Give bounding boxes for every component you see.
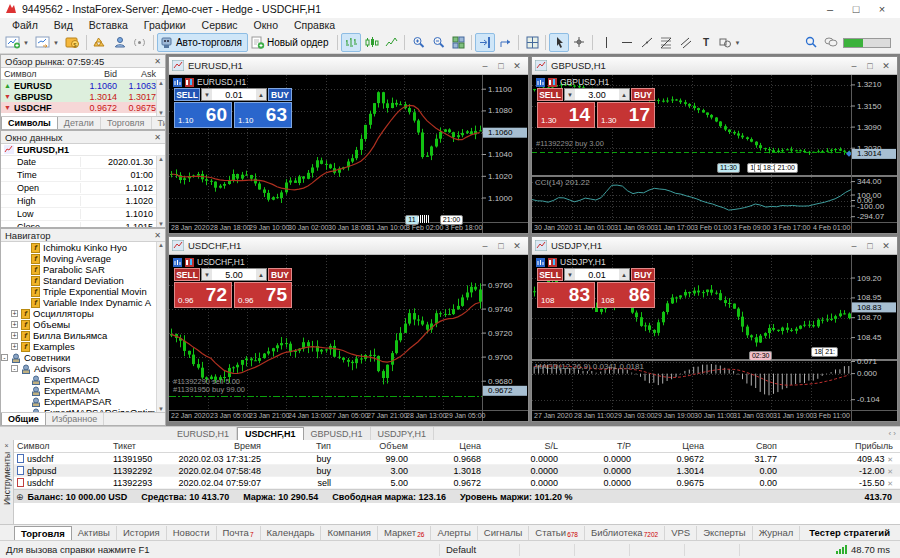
chart-minimize-button[interactable]: –	[477, 241, 493, 251]
close-position-icon[interactable]: ✕	[887, 468, 893, 475]
navigator-tab-Избранное[interactable]: Избранное	[46, 413, 105, 425]
vline-icon[interactable]	[596, 33, 616, 52]
tree-expander[interactable]: +	[11, 343, 18, 350]
toolbox-tab-Календарь[interactable]: Календарь	[261, 526, 322, 540]
trade-row-11391950[interactable]: usdchf113919502020.02.03 17:31:25buy99.0…	[14, 453, 900, 465]
chart-close-button[interactable]: ✕	[878, 241, 894, 251]
navigator-item-ExpertMAMA[interactable]: ExpertMAMA	[1, 385, 165, 396]
candles-icon[interactable]	[361, 33, 381, 52]
tree-expander[interactable]: -	[1, 354, 8, 361]
toolbox-tab-Статьи[interactable]: Статьи678	[529, 526, 585, 540]
tree-expander[interactable]: +	[11, 310, 18, 317]
volume-value[interactable]: 5.00	[212, 269, 256, 280]
chart-titlebar-USDCHF,H1[interactable]: USDCHF,H1–□✕	[169, 237, 528, 254]
broadcast-icon[interactable]	[130, 33, 150, 52]
sell-button[interactable]: SELL	[537, 268, 563, 281]
chart-area-USDCHF,H1[interactable]: 0.97600.97400.97200.97000.96800.967222 J…	[169, 254, 528, 421]
chart-tab-USDCHF,H1[interactable]: USDCHF,H1	[237, 427, 304, 440]
sell-price[interactable]: 10883	[537, 282, 595, 308]
zoomout-icon[interactable]	[428, 33, 448, 52]
close-position-icon[interactable]: ✕	[887, 456, 893, 463]
shapes-icon[interactable]: ▼	[716, 33, 744, 52]
shiftend-icon[interactable]	[475, 33, 495, 52]
column-T/P[interactable]: T/P	[561, 441, 634, 451]
chart-titlebar-USDJPY,H1[interactable]: USDJPY,H1–□✕	[532, 237, 897, 254]
column-Своп[interactable]: Своп	[707, 441, 780, 451]
trade-row-11392293[interactable]: usdchf113922932020.02.04 07:59:07sell5.0…	[14, 477, 900, 489]
market-watch-row-GBPUSD[interactable]: ▼GBPUSD1.30141.3017	[1, 91, 165, 102]
chart-area-GBPUSD,H1[interactable]: 1.32101.31501.30901.3030344.00100.000.00…	[532, 74, 897, 233]
volume-down-icon[interactable]: ▼	[202, 89, 212, 100]
market-watch-tab-Символы[interactable]: Символы	[1, 116, 58, 129]
volume-up-icon[interactable]: ▲	[619, 89, 629, 100]
linechart-icon[interactable]	[381, 33, 401, 52]
navigator-item-Standard Deviation[interactable]: fStandard Deviation	[1, 275, 165, 286]
toolbox-tab-Компания[interactable]: Компания	[321, 526, 377, 540]
sell-button[interactable]: SELL	[174, 88, 200, 101]
search-icon[interactable]	[801, 33, 821, 52]
tab-scroll-arrows[interactable]: ‹ ›	[888, 429, 896, 438]
strategy-tester-label[interactable]: Тестер стратегий	[809, 527, 900, 538]
column-S/L[interactable]: S/L	[484, 441, 561, 451]
toolbox-tab-История[interactable]: История	[117, 526, 167, 540]
chart-close-button[interactable]: ✕	[878, 61, 894, 71]
menu-Файл[interactable]: Файл	[4, 19, 46, 31]
buy-button[interactable]: BUY	[631, 268, 655, 281]
window-titlebar[interactable]: 9449562 - InstaForex-Server: Демо-счет -…	[0, 0, 900, 18]
toolbox-tab-Журнал[interactable]: Журнал	[753, 526, 801, 540]
column-Тип[interactable]: Тип	[264, 441, 334, 451]
navigator-item-ExpertMACD[interactable]: ExpertMACD	[1, 374, 165, 385]
toolbox-tab-Сигналы[interactable]: Сигналы	[478, 526, 530, 540]
column-Объем[interactable]: Объем	[334, 441, 411, 451]
toolbox-tab-VPS[interactable]: VPS	[665, 526, 697, 540]
close-icon[interactable]: ✕	[154, 133, 161, 142]
data-window-header[interactable]: Окно данных✕	[1, 131, 165, 144]
chart-maximize-button[interactable]: □	[493, 241, 509, 251]
navigator-item-Parabolic SAR[interactable]: fParabolic SAR	[1, 264, 165, 275]
volume-down-icon[interactable]: ▼	[565, 269, 575, 280]
sell-price[interactable]: 1.3014	[537, 102, 595, 128]
button-robot[interactable]: Авто-торговля	[157, 33, 248, 52]
volume-down-icon[interactable]: ▼	[565, 89, 575, 100]
chart-tab-EURUSD,H1[interactable]: EURUSD,H1	[170, 427, 237, 440]
sell-button[interactable]: SELL	[174, 268, 200, 281]
market-watch-tab-Детали[interactable]: Детали	[58, 117, 101, 129]
close-position-icon[interactable]: ✕	[887, 480, 893, 487]
volume-up-icon[interactable]: ▲	[619, 269, 629, 280]
toolbox-tab-Почта[interactable]: Почта7	[217, 526, 261, 540]
tree-expander[interactable]: +	[11, 321, 18, 328]
column-Тикет[interactable]: Тикет	[110, 441, 174, 451]
trade-row-11392292[interactable]: gbpusd113922922020.02.04 07:58:48buy3.00…	[14, 465, 900, 477]
toolbox-tab-Активы[interactable]: Активы	[72, 526, 117, 540]
sell-price[interactable]: 0.9672	[174, 282, 232, 308]
cursor-icon[interactable]	[549, 33, 569, 52]
minimize-button[interactable]: –	[817, 3, 843, 15]
status-profile[interactable]: Default	[440, 544, 520, 556]
chart-titlebar-GBPUSD,H1[interactable]: GBPUSD,H1–□✕	[532, 57, 897, 74]
crosshair-icon[interactable]	[569, 33, 589, 52]
chart-tab-GBPUSD,H1[interactable]: GBPUSD,H1	[304, 427, 371, 440]
volume-down-icon[interactable]: ▼	[202, 269, 212, 280]
navigator-item-Объемы[interactable]: +fОбъемы	[1, 319, 165, 330]
toolbox-tab-Новости[interactable]: Новости	[167, 526, 217, 540]
tile-icon[interactable]	[448, 33, 468, 52]
toolbox-close-icon[interactable]: ×	[4, 442, 8, 449]
navigator-item-Variable Index Dynamic A[interactable]: fVariable Index Dynamic A	[1, 297, 165, 308]
maximize-button[interactable]: □	[843, 3, 869, 15]
profiles-icon[interactable]: ▼	[33, 33, 63, 52]
scrollbar[interactable]: ▲▼	[156, 242, 165, 412]
toolbox-tab-Маркет[interactable]: Маркет26	[378, 526, 431, 540]
person-icon[interactable]	[110, 33, 130, 52]
chart-maximize-button[interactable]: □	[862, 241, 878, 251]
chart-minimize-button[interactable]: –	[846, 241, 862, 251]
chart-tab-USDJPY,H1[interactable]: USDJPY,H1	[371, 427, 434, 440]
scrollbar[interactable]: ▲▼	[156, 80, 165, 116]
volume-value[interactable]: 0.01	[575, 269, 619, 280]
button-order[interactable]: Новый ордер	[248, 33, 335, 52]
chart-close-button[interactable]: ✕	[509, 241, 525, 251]
market-watch-header[interactable]: Обзор рынка: 07:59:45✕	[1, 55, 165, 68]
tline-icon[interactable]	[636, 33, 656, 52]
menu-Сервис[interactable]: Сервис	[194, 19, 246, 31]
navigator-item-Examples[interactable]: +fExamples	[1, 341, 165, 352]
buy-price[interactable]: 1.3017	[597, 102, 655, 128]
